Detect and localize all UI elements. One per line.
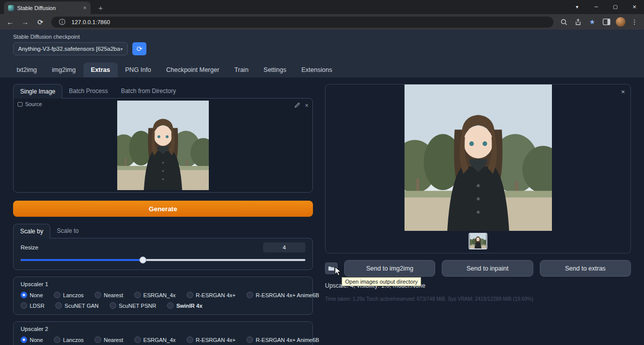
generate-button[interactable]: Generate (13, 201, 313, 217)
radio-icon (110, 302, 116, 309)
upscaler1-option-nearest[interactable]: Nearest (95, 292, 123, 298)
maximize-button[interactable]: ▢ (606, 0, 625, 14)
upscaler1-option-scunet-gan[interactable]: ScuNET GAN (55, 302, 99, 309)
resize-block: Resize 4 (13, 238, 313, 270)
upscaler2-option-resrgan-anime6b[interactable]: R-ESRGAN 4x+ Anime6B (247, 336, 319, 343)
window-close-button[interactable]: × (625, 0, 644, 14)
tab-title: Stable Diffusion (17, 5, 80, 11)
tab-img2img[interactable]: img2img (44, 62, 83, 77)
share-icon[interactable] (573, 17, 584, 28)
forward-button[interactable]: → (19, 18, 31, 26)
edit-image-icon[interactable] (294, 101, 300, 110)
radio-icon (21, 302, 27, 309)
source-image (117, 101, 209, 190)
chevron-down-icon: ▾ (120, 46, 123, 52)
slider-fill (21, 259, 143, 261)
resize-value-input[interactable]: 4 (263, 242, 305, 252)
upscaler1-block: Upscaler 1 None Lanczos Nearest ESRGAN_4… (13, 277, 313, 315)
performance-info-text: Time taken: 1.29s Torch active/reserved:… (325, 296, 631, 302)
folder-tooltip: Open images output directory (342, 277, 421, 286)
input-mode-tabs: Single Image Batch Process Batch from Di… (13, 84, 313, 98)
upscaler1-option-esrgan4x[interactable]: ESRGAN_4x (134, 292, 176, 298)
clear-image-icon[interactable]: × (305, 102, 308, 109)
upscaler2-option-none[interactable]: None (21, 336, 43, 343)
checkpoint-dropdown[interactable]: Anything-V3-fp32.safetensors [625a2ba2] … (13, 42, 128, 55)
refresh-icon: ⟳ (136, 45, 142, 53)
refresh-checkpoint-button[interactable]: ⟳ (132, 42, 146, 55)
side-panel-icon[interactable] (601, 17, 612, 28)
browser-toolbar: ← → ⟳ 127.0.0.1:7860 ★ ⋮ (0, 14, 644, 30)
radio-icon (95, 336, 101, 343)
output-actions-row: Send to img2img Send to inpaint Send to … (325, 260, 631, 277)
tab-png-info[interactable]: PNG Info (118, 62, 158, 77)
stable-diffusion-webui: Stable Diffusion checkpoint Anything-V3-… (0, 30, 644, 345)
result-thumbnail[interactable] (469, 233, 488, 249)
tab-train[interactable]: Train (227, 62, 256, 77)
mouse-cursor (335, 267, 342, 278)
radio-icon (187, 292, 193, 298)
tab-batch-process[interactable]: Batch Process (62, 84, 114, 98)
source-label: Source (25, 101, 42, 107)
upscaler1-option-resrgan4x[interactable]: R-ESRGAN 4x+ (187, 292, 235, 298)
radio-selected-icon (21, 292, 27, 298)
tab-settings[interactable]: Settings (256, 62, 294, 77)
tab-single-image[interactable]: Single Image (13, 84, 62, 99)
radio-icon (247, 292, 253, 298)
send-to-extras-button[interactable]: Send to extras (540, 260, 631, 277)
checkpoint-value: Anything-V3-fp32.safetensors [625a2ba2] (18, 46, 120, 52)
source-image-dropzone[interactable]: Source × (13, 98, 313, 193)
main-tab-bar: txt2img img2img Extras PNG Info Checkpoi… (0, 62, 644, 77)
tab-scale-by[interactable]: Scale by (13, 224, 50, 238)
resize-slider[interactable] (21, 256, 305, 264)
result-image[interactable] (405, 84, 552, 231)
bookmark-star-icon[interactable]: ★ (587, 17, 598, 28)
browser-tab[interactable]: Stable Diffusion × (4, 2, 91, 14)
reload-button[interactable]: ⟳ (34, 18, 46, 26)
send-to-inpaint-button[interactable]: Send to inpaint (442, 260, 533, 277)
upscaler2-option-esrgan4x[interactable]: ESRGAN_4x (134, 336, 176, 343)
send-to-img2img-button[interactable]: Send to img2img (344, 260, 435, 277)
browser-window: Stable Diffusion × + ▾ ─ ▢ × ← → ⟳ 127.0… (0, 0, 644, 345)
minimize-button[interactable]: ─ (587, 0, 606, 14)
zoom-icon[interactable] (558, 17, 570, 28)
tab-txt2img[interactable]: txt2img (9, 62, 44, 77)
radio-icon (187, 336, 193, 343)
resize-label: Resize (21, 244, 38, 250)
radio-icon (247, 336, 253, 343)
upscaler1-label: Upscaler 1 (21, 281, 305, 287)
upscaler1-option-resrgan-anime6b[interactable]: R-ESRGAN 4x+ Anime6B (247, 292, 319, 298)
profile-avatar[interactable] (615, 17, 626, 28)
site-info-icon[interactable] (56, 17, 67, 28)
upscaler2-option-lanczos[interactable]: Lanczos (54, 336, 84, 343)
upscaler1-option-lanczos[interactable]: Lanczos (54, 292, 84, 298)
upscaler1-option-swinir4x[interactable]: SwinIR 4x (167, 302, 202, 309)
browser-menu-icon[interactable]: ⋮ (629, 17, 640, 28)
tab-batch-from-directory[interactable]: Batch from Directory (114, 84, 182, 98)
upscaler1-option-none[interactable]: None (21, 292, 43, 298)
radio-icon (54, 336, 60, 343)
checkpoint-label: Stable Diffusion checkpoint (13, 34, 631, 40)
radio-icon (134, 336, 141, 343)
upscaler2-label: Upscaler 2 (21, 326, 305, 332)
back-button[interactable]: ← (4, 18, 16, 26)
browser-tab-strip: Stable Diffusion × + ▾ ─ ▢ × (0, 0, 644, 14)
result-gallery: × (325, 84, 631, 253)
source-chip: Source (18, 101, 42, 107)
gallery-close-icon[interactable]: × (621, 88, 625, 96)
tab-checkpoint-merger[interactable]: Checkpoint Merger (158, 62, 227, 77)
slider-handle[interactable] (139, 256, 146, 264)
address-bar[interactable]: 127.0.0.1:7860 (51, 17, 553, 28)
slider-track[interactable] (21, 259, 305, 261)
upscaler2-option-resrgan4x[interactable]: R-ESRGAN 4x+ (187, 336, 235, 343)
upscaler2-option-nearest[interactable]: Nearest (95, 336, 123, 343)
tab-close-icon[interactable]: × (83, 5, 87, 12)
tab-scale-to[interactable]: Scale to (50, 224, 85, 238)
upscaler1-option-scunet-psnr[interactable]: ScuNET PSNR (110, 302, 156, 309)
radio-icon (134, 292, 141, 298)
new-tab-button[interactable]: + (96, 4, 106, 12)
tab-search-chevron-icon[interactable]: ▾ (568, 0, 587, 14)
tab-extensions[interactable]: Extensions (294, 62, 340, 77)
upscaler1-option-ldsr[interactable]: LDSR (21, 302, 44, 309)
url-text: 127.0.0.1:7860 (71, 19, 110, 25)
tab-extras[interactable]: Extras (84, 62, 118, 77)
